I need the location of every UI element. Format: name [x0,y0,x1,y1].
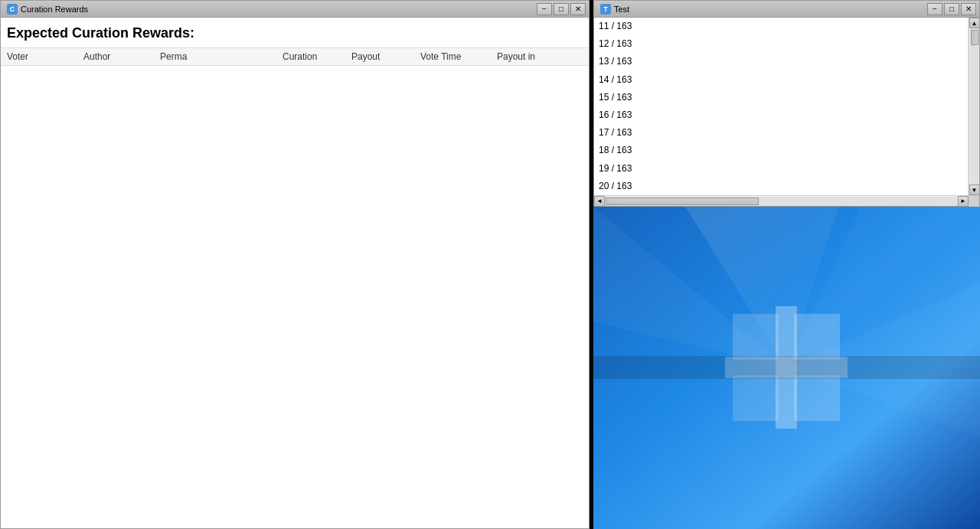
list-item[interactable]: 15 / 163 [594,89,968,106]
svg-rect-11 [593,356,980,379]
test-close-button[interactable]: ✕ [961,3,976,15]
scrollbar-down-arrow[interactable]: ▼ [969,184,980,195]
curation-minimize-button[interactable]: − [537,3,552,15]
curation-table-container[interactable]: Voter Author Perma Curation Payout [1,47,589,528]
col-author-header: Author [77,48,154,66]
test-vertical-scrollbar[interactable]: ▲ ▼ [969,18,979,195]
scrollbar-up-arrow[interactable]: ▲ [969,18,980,28]
test-bottom-scrollbar-area: ◄ ► [594,195,979,206]
scrollbar-left-arrow[interactable]: ◄ [594,196,605,207]
test-list-area[interactable]: 11 / 16312 / 16313 / 16314 / 16315 / 163… [594,18,969,195]
curation-window-title: Curation Rewards [21,5,88,14]
svg-rect-10 [794,375,840,421]
curation-window-controls: − □ ✕ [537,3,586,15]
col-vote-time-header: Vote Time [414,48,491,66]
col-voter-header: Voter [1,48,77,66]
curation-close-button[interactable]: ✕ [570,3,586,15]
curation-title-area: C Curation Rewards [7,4,88,15]
curation-window-icon: C [7,4,18,15]
list-item[interactable]: 12 / 163 [594,35,968,53]
test-minimize-button[interactable]: − [927,3,942,15]
scrollbar-h-thumb[interactable] [606,198,759,205]
wallpaper-svg [593,207,980,529]
list-item[interactable]: 11 / 163 [594,18,968,35]
svg-rect-8 [794,314,840,360]
test-window-icon: T [600,4,611,15]
svg-rect-7 [733,314,779,360]
list-item[interactable]: 16 / 163 [594,106,968,124]
list-item[interactable]: 18 / 163 [594,142,968,159]
test-window-controls: − □ ✕ [927,3,976,15]
svg-rect-9 [733,375,779,421]
curation-rewards-window: C Curation Rewards − □ ✕ Expected Curati… [0,0,590,529]
col-payout-header: Payout [345,48,414,66]
col-curation-header: Curation [276,48,345,66]
curation-titlebar: C Curation Rewards − □ ✕ [1,1,589,18]
test-content: 11 / 16312 / 16313 / 16314 / 16315 / 163… [594,18,979,195]
curation-window-content: Expected Curation Rewards: Voter Author … [1,18,589,528]
test-maximize-button[interactable]: □ [944,3,959,15]
wallpaper-inner [593,207,980,529]
test-title-area: T Test [600,4,629,15]
scrollbar-right-arrow[interactable]: ► [958,196,969,207]
list-item[interactable]: 13 / 163 [594,53,968,70]
test-window: T Test − □ ✕ 11 / 16312 / 16313 / 16314 … [593,0,980,207]
curation-maximize-button[interactable]: □ [554,3,569,15]
col-extra-header [552,48,589,66]
col-payout-in-header: Payout in [491,48,552,66]
list-item[interactable]: 19 / 163 [594,160,968,178]
table-header: Voter Author Perma Curation Payout [1,48,589,66]
table-header-row: Voter Author Perma Curation Payout [1,48,589,66]
list-item[interactable]: 20 / 163 [594,178,968,195]
list-item[interactable]: 17 / 163 [594,124,968,142]
col-perma-header: Perma [154,48,276,66]
curation-table: Voter Author Perma Curation Payout [1,48,589,66]
desktop-wallpaper [593,207,980,529]
scrollbar-h-track[interactable] [605,197,958,206]
test-window-title: Test [614,5,629,14]
scrollbar-v-track[interactable] [970,28,979,184]
scrollbar-v-thumb[interactable] [971,30,978,45]
page-title: Expected Curation Rewards: [1,18,589,47]
test-horizontal-scrollbar[interactable]: ◄ ► [594,196,969,206]
scrollbar-corner [969,196,979,207]
test-titlebar: T Test − □ ✕ [594,1,979,18]
list-item[interactable]: 14 / 163 [594,71,968,89]
